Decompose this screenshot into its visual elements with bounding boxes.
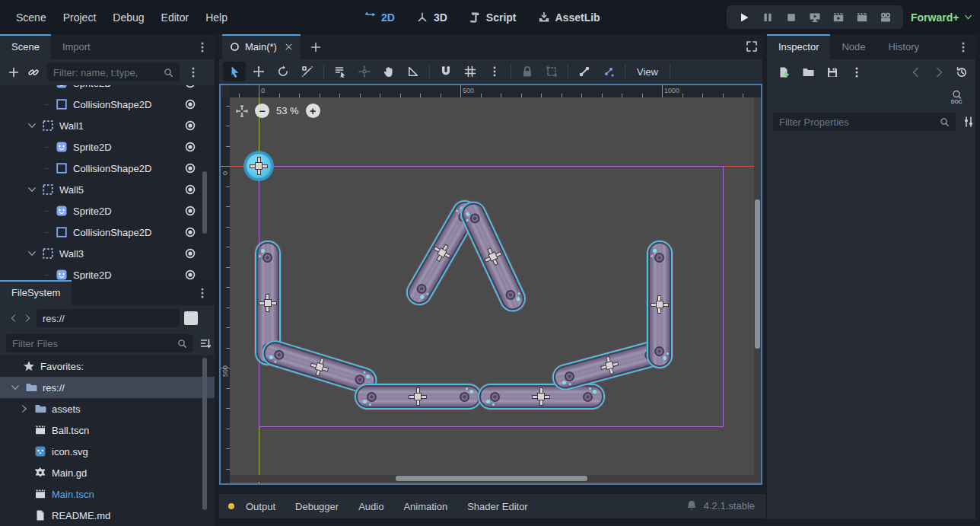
bone-icon[interactable]: [573, 62, 596, 81]
kebab-icon[interactable]: [187, 66, 199, 78]
close-icon[interactable]: [285, 43, 293, 51]
menu-project[interactable]: Project: [55, 8, 105, 27]
pause-icon[interactable]: [762, 11, 774, 24]
workspace-assetlib[interactable]: AssetLib: [538, 11, 600, 24]
back-icon[interactable]: [910, 66, 922, 78]
scene-tree-scrollbar[interactable]: [202, 171, 207, 234]
move-gizmo[interactable]: [250, 158, 267, 174]
new-resource-icon[interactable]: [778, 66, 790, 78]
play-scene-icon[interactable]: [832, 11, 845, 24]
bottom-tab-shader-editor[interactable]: Shader Editor: [459, 498, 536, 515]
visibility-eye-icon[interactable]: [184, 226, 196, 238]
expand-viewport-icon[interactable]: [746, 40, 758, 53]
chevron-down-icon[interactable]: [27, 185, 37, 194]
scene-tree-row[interactable]: CollisionShape2D: [0, 158, 215, 179]
filesystem-row[interactable]: icon.svg: [0, 441, 215, 462]
forward-icon[interactable]: [933, 66, 945, 78]
scene-tree-row[interactable]: Sprite2D: [0, 200, 215, 222]
pan-tool-icon[interactable]: [377, 62, 400, 81]
v-scrollbar-track[interactable]: [754, 97, 761, 475]
movie-maker-icon[interactable]: [880, 11, 892, 24]
visibility-eye-icon[interactable]: [184, 85, 196, 89]
group-icon[interactable]: [540, 62, 563, 81]
filesystem-filter-input[interactable]: Filter Files: [6, 334, 193, 352]
filesystem-row[interactable]: Main.tscn: [0, 483, 215, 505]
filesystem-row[interactable]: README.md: [0, 505, 215, 526]
center-view-icon[interactable]: [236, 105, 248, 117]
move-gizmo[interactable]: [409, 388, 426, 405]
filesystem-row[interactable]: res://: [0, 377, 215, 398]
save-icon[interactable]: [826, 66, 838, 78]
visibility-eye-icon[interactable]: [184, 247, 196, 260]
add-node-button[interactable]: [8, 66, 20, 78]
bell-icon[interactable]: [686, 499, 698, 512]
list-select-icon[interactable]: [329, 62, 352, 81]
filesystem-row[interactable]: Favorites:: [0, 355, 215, 377]
tab-node[interactable]: Node: [830, 34, 877, 59]
tab-import[interactable]: Import: [51, 34, 102, 59]
lock-icon[interactable]: [516, 62, 539, 81]
bottom-tab-audio[interactable]: Audio: [350, 498, 392, 515]
bottom-tab-animation[interactable]: Animation: [395, 498, 456, 515]
grid-snap-icon[interactable]: [459, 62, 482, 81]
ball-node[interactable]: [244, 151, 273, 180]
move-gizmo[interactable]: [259, 295, 276, 311]
chevron-right-icon[interactable]: [20, 404, 29, 413]
scene-tree-row[interactable]: Wall3: [0, 243, 215, 264]
select-tool-icon[interactable]: [223, 62, 246, 81]
chevron-down-icon[interactable]: [11, 383, 20, 392]
move-gizmo[interactable]: [533, 388, 549, 405]
remote-play-icon[interactable]: [809, 11, 821, 24]
kebab-icon[interactable]: [196, 41, 208, 53]
visibility-eye-icon[interactable]: [184, 98, 196, 110]
scene-tree-row[interactable]: Wall5: [0, 179, 215, 200]
move-gizmo[interactable]: [600, 355, 620, 376]
filesystem-row[interactable]: Main.gd: [0, 462, 215, 483]
tab-scene[interactable]: Scene: [0, 34, 51, 59]
filesystem-scrollbar[interactable]: [202, 358, 207, 510]
doc-search-icon[interactable]: DOC: [950, 89, 965, 104]
visibility-eye-icon[interactable]: [184, 120, 196, 132]
workspace-script[interactable]: Script: [469, 11, 517, 24]
workspace-2d[interactable]: 2D: [364, 11, 395, 24]
toggle-split-mode-button[interactable]: [184, 311, 198, 325]
scene-tree-row[interactable]: CollisionShape2D: [0, 222, 215, 243]
scene-tree-row[interactable]: Sprite2D: [0, 85, 215, 94]
smart-snap-icon[interactable]: [434, 62, 457, 81]
tab-filesystem[interactable]: FileSystem: [0, 280, 72, 305]
bottom-tab-debugger[interactable]: Debugger: [287, 498, 347, 515]
tab-inspector[interactable]: Inspector: [767, 34, 830, 59]
kebab-icon[interactable]: [851, 66, 863, 78]
play-icon[interactable]: [738, 11, 750, 24]
kebab-icon[interactable]: [196, 287, 208, 299]
back-icon[interactable]: [9, 312, 18, 324]
visibility-eye-icon[interactable]: [184, 205, 196, 217]
h-scrollbar-thumb[interactable]: [396, 476, 587, 481]
chevron-down-icon[interactable]: [27, 121, 37, 130]
move-gizmo[interactable]: [431, 241, 453, 264]
load-icon[interactable]: [802, 66, 814, 78]
zoom-level[interactable]: 53 %: [276, 105, 299, 116]
sort-files-icon[interactable]: [199, 337, 212, 349]
snap-options-icon[interactable]: [483, 62, 506, 81]
path-input[interactable]: res://: [37, 309, 180, 327]
wall-capsule[interactable]: [648, 242, 671, 367]
skeleton-options-icon[interactable]: [597, 62, 620, 81]
play-custom-scene-icon[interactable]: [856, 11, 868, 24]
move-gizmo[interactable]: [482, 245, 504, 267]
history-icon[interactable]: [956, 66, 968, 78]
wall-capsule[interactable]: [356, 385, 480, 408]
tab-history[interactable]: History: [877, 34, 931, 59]
scene-tree-row[interactable]: Wall1: [0, 115, 215, 136]
h-scrollbar-track[interactable]: [230, 475, 761, 482]
workspace-3d[interactable]: 3D: [416, 11, 447, 24]
instance-scene-button[interactable]: [27, 66, 40, 78]
menu-editor[interactable]: Editor: [153, 8, 198, 27]
menu-debug[interactable]: Debug: [104, 8, 152, 27]
kebab-icon[interactable]: [957, 41, 969, 53]
move-gizmo[interactable]: [309, 356, 329, 377]
rotate-tool-icon[interactable]: [272, 62, 294, 81]
filesystem-row[interactable]: Ball.tscn: [0, 419, 215, 441]
view-menu-button[interactable]: View: [629, 66, 666, 78]
move-tool-icon[interactable]: [247, 62, 270, 81]
